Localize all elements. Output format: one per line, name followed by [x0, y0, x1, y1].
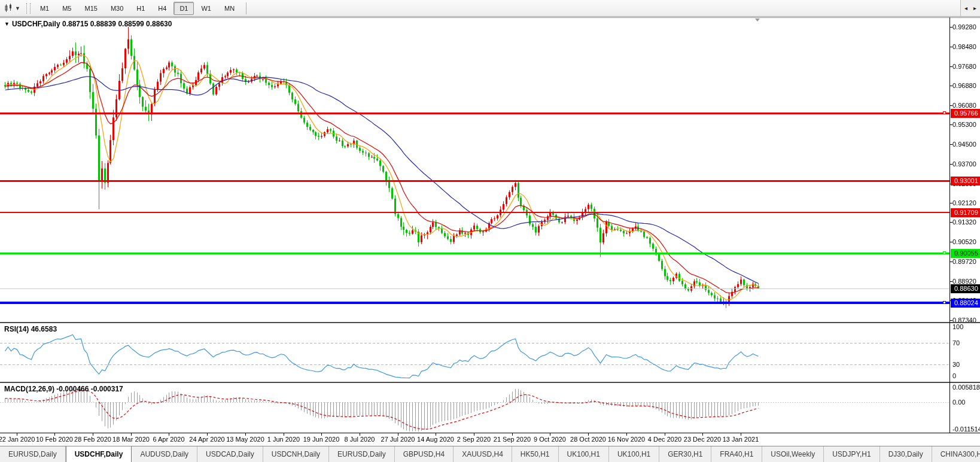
price-level-badge-0.91709: 0.91709: [951, 208, 980, 217]
line-handle[interactable]: [943, 251, 946, 254]
current-price-badge: 0.88630: [951, 284, 980, 293]
price-axis-label: 0.90520: [952, 238, 976, 245]
chart-tab-usdchf-daily[interactable]: USDCHF,Daily: [66, 446, 132, 462]
horizontal-level-line-0.91709[interactable]: [0, 212, 949, 213]
symbol-dropdown-icon: ▼: [4, 21, 10, 27]
chart-type-button[interactable]: ▼: [2, 2, 23, 14]
chart-tab-audusd-daily[interactable]: AUDUSD,Daily: [132, 446, 197, 462]
price-axis-label: 0.89720: [952, 258, 976, 265]
price-axis-label: 0.99280: [952, 23, 976, 31]
date-axis-label: 9 Oct 2020: [534, 436, 566, 443]
tab-scroll-arrows: ◂ ▸: [960, 0, 980, 16]
date-axis-label: 28 Feb 2020: [74, 436, 111, 443]
rsi-pane-divider[interactable]: [0, 322, 980, 323]
horizontal-level-line-0.90055[interactable]: [0, 253, 949, 254]
chart-tabs-bar: EURUSD,DailyUSDCHF,DailyAUDUSD,DailyUSDC…: [0, 446, 980, 462]
date-axis-line: [0, 433, 980, 433]
chart-tab-uk100-h1[interactable]: UK100,H1: [559, 446, 609, 462]
chart-tab-eurusd-daily[interactable]: EURUSD,Daily: [329, 446, 395, 462]
date-axis-label: 16 Nov 2020: [608, 436, 645, 443]
rsi-axis-label: 0: [952, 372, 956, 379]
chart-tab-hk50-h1[interactable]: HK50,H1: [512, 446, 559, 462]
application-window: ▼ M1M5M15M30H1H4D1W1MN ▼USDCHF,Daily 0.8…: [0, 0, 980, 462]
chart-tab-fra40-h1[interactable]: FRA40,H1: [711, 446, 762, 462]
chart-top-border: [0, 17, 980, 18]
chart-title: ▼USDCHF,Daily 0.88715 0.88839 0.88599 0.…: [4, 20, 172, 28]
chart-symbol: USDCHF,Daily: [12, 20, 60, 28]
chart-ohlc: 0.88715 0.88839 0.88599 0.88630: [62, 20, 172, 28]
price-chart-canvas[interactable]: [0, 0, 980, 462]
timeframe-button-mn[interactable]: MN: [218, 2, 241, 15]
price-axis-label: 0.94500: [952, 141, 976, 148]
price-level-badge-0.90055: 0.90055: [951, 249, 980, 258]
date-axis-label: 10 Feb 2020: [36, 436, 73, 443]
date-axis-label: 23 Dec 2020: [684, 436, 721, 443]
timeframe-button-m5[interactable]: M5: [56, 2, 77, 15]
date-axis-label: 19 Jun 2020: [303, 436, 340, 443]
timeframe-buttons: M1M5M15M30H1H4D1W1MN: [34, 2, 241, 15]
macd-axis-label: -0.011514: [952, 425, 980, 433]
date-axis-label: 27 Jul 2020: [381, 436, 415, 443]
tab-scroll-left-icon[interactable]: ◂: [964, 5, 967, 11]
chart-tab-xauusd-h4[interactable]: XAUUSD,H4: [454, 446, 512, 462]
chart-tab-china300-h1[interactable]: CHINA300,H1: [932, 446, 980, 462]
date-axis-label: 24 Apr 2020: [189, 436, 224, 443]
date-axis-label: 18 Mar 2020: [112, 436, 150, 443]
timeframe-button-h4[interactable]: H4: [152, 2, 172, 15]
timeframe-button-w1[interactable]: W1: [195, 2, 217, 15]
rsi-indicator-label: RSI(14) 46.6583: [4, 325, 57, 333]
chart-tab-usoil-weekly[interactable]: USOil,Weekly: [762, 446, 824, 462]
date-axis-label: 8 Jul 2020: [345, 436, 375, 443]
date-axis-label: 14 Aug 2020: [417, 436, 454, 443]
timeframe-button-d1[interactable]: D1: [174, 2, 194, 15]
date-axis-label: 4 Dec 2020: [648, 436, 681, 443]
price-axis-label: 0.95300: [952, 121, 976, 128]
date-axis-label: 28 Oct 2020: [570, 436, 606, 443]
date-axis-label: 22 Jan 2020: [0, 436, 35, 443]
timeframe-button-m30[interactable]: M30: [105, 2, 129, 15]
line-handle[interactable]: [943, 111, 946, 114]
tab-scroll-right-icon[interactable]: ▸: [973, 5, 976, 11]
price-level-badge-0.88024: 0.88024: [951, 299, 980, 308]
chart-tab-uk100-h1[interactable]: UK100,H1: [609, 446, 659, 462]
price-axis-label: 0.96880: [952, 82, 976, 89]
date-axis-label: 2 Sep 2020: [457, 436, 491, 443]
line-handle[interactable]: [943, 301, 946, 304]
macd-pane-divider[interactable]: [0, 382, 980, 383]
toolbar-separator: [246, 2, 246, 14]
price-axis-label: 0.98480: [952, 43, 976, 50]
timeframe-button-h1[interactable]: H1: [130, 2, 151, 15]
chart-tab-gbpusd-h4[interactable]: GBPUSD,H4: [395, 446, 454, 462]
date-axis-label: 13 Jan 2021: [723, 436, 759, 443]
date-axis-label: 1 Jun 2020: [267, 436, 300, 443]
macd-axis-label: 0.005818: [952, 384, 980, 391]
chart-tab-ger30-h1[interactable]: GER30,H1: [659, 446, 711, 462]
macd-indicator-label: MACD(12,26,9) -0.000466 -0.000317: [4, 385, 123, 393]
chart-tab-eurusd-daily[interactable]: EURUSD,Daily: [0, 446, 66, 462]
timeframe-toolbar: ▼ M1M5M15M30H1H4D1W1MN: [0, 0, 980, 17]
macd-axis-label: 0.00: [952, 399, 965, 406]
price-axis-label: 0.92120: [952, 199, 976, 206]
horizontal-level-line-0.93001[interactable]: [0, 180, 949, 182]
timeframe-button-m1[interactable]: M1: [34, 2, 55, 15]
date-axis-label: 21 Sep 2020: [494, 436, 531, 443]
chart-shift-marker[interactable]: [755, 19, 760, 22]
price-axis-label: 0.93700: [952, 160, 976, 168]
price-level-badge-0.93001: 0.93001: [951, 177, 980, 186]
chart-tab-usdjpy-h1[interactable]: USDJPY,H1: [824, 446, 879, 462]
date-axis-label: 13 May 2020: [226, 436, 264, 443]
rsi-axis-label: 70: [952, 339, 960, 346]
price-axis-line: [949, 17, 950, 433]
toolbar-grip[interactable]: [26, 3, 31, 14]
chart-tab-usdcnh-daily[interactable]: USDCNH,Daily: [263, 446, 329, 462]
price-axis-label: 0.96080: [952, 102, 976, 109]
horizontal-level-line-0.88024[interactable]: [0, 302, 949, 304]
rsi-axis-label: 30: [952, 361, 960, 368]
chart-tab-dj30-daily[interactable]: DJ30,Daily: [880, 446, 932, 462]
timeframe-button-m15[interactable]: M15: [78, 2, 103, 15]
price-axis-label: 0.97680: [952, 63, 976, 70]
chart-tab-usdcad-daily[interactable]: USDCAD,Daily: [197, 446, 263, 462]
price-level-badge-0.95766: 0.95766: [951, 109, 980, 118]
horizontal-level-line-0.95766[interactable]: [0, 113, 949, 114]
rsi-axis-label: 100: [952, 323, 963, 330]
